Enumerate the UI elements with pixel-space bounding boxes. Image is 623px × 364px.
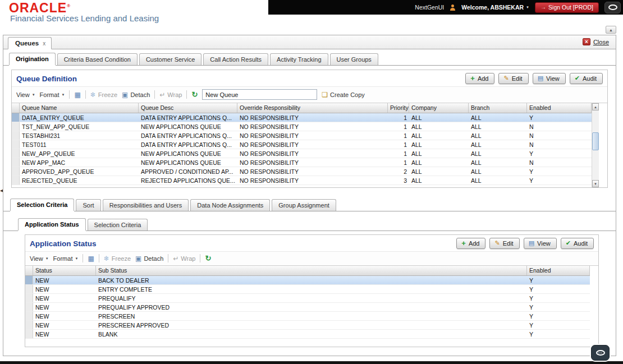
table-row[interactable]: NEW PREQUALIFY APPROVED Y <box>25 303 590 312</box>
table-row[interactable]: DATA_ENTRY_QUEUE DATA ENTRY APPLICATIONS… <box>12 113 592 122</box>
create-copy-button[interactable]: ❏Create Copy <box>322 91 365 98</box>
close-link[interactable]: × Close <box>583 38 609 45</box>
table-row[interactable]: NEW APP_MAC NEW APPLICATIONS QUEUE NO RE… <box>12 158 592 167</box>
column-header-queue-name[interactable]: Queue Name <box>20 103 139 113</box>
edit-label: Edit <box>503 240 514 247</box>
chat-dots-icon: ••• <box>598 352 602 354</box>
column-header-priority[interactable]: Priority <box>388 103 409 113</box>
view-button[interactable]: ▤View <box>533 73 566 84</box>
tab-close-icon[interactable]: x <box>43 40 45 47</box>
table-row[interactable]: NEW ENTRY COMPLETE Y <box>25 285 590 294</box>
cell-priority: 1 <box>388 123 409 130</box>
view-button[interactable]: ▤View <box>524 238 557 249</box>
table-row[interactable]: TEST011 DATA ENTRY APPLICATIONS Q... NO … <box>12 140 592 149</box>
main-tab[interactable]: Criteria Based Condition <box>57 53 138 65</box>
registered-mark: ® <box>67 3 71 8</box>
format-menu[interactable]: Format▼ <box>53 255 79 262</box>
queue-definition-panel: Queue Definition +Add ✎Edit ▤View ✔Audit… <box>11 70 608 188</box>
main-tab-label: Origination <box>16 56 49 62</box>
column-header-status[interactable]: Status <box>33 266 96 275</box>
cell-branch: ALL <box>469 114 527 121</box>
view-menu-label: View <box>30 255 43 262</box>
audit-button[interactable]: ✔Audit <box>561 238 594 249</box>
table-row[interactable]: TST_NEW_APP_QUEUE NEW APPLICATIONS QUEUE… <box>12 122 592 131</box>
cell-override-responsibility: NO RESPONSIBILITY <box>237 123 388 130</box>
application-status-toolbar: View▼ Format▼ ▦ ❄Freeze ▣Detach ↵Wrap ↻ <box>25 251 598 266</box>
cell-priority: 1 <box>388 114 409 121</box>
query-by-example-button[interactable]: ▦ <box>74 91 80 98</box>
table-row[interactable]: REJECTED_QUEUE REJECTED APPLICATIONS QUE… <box>12 176 592 185</box>
cell-enabled: Y <box>527 313 590 320</box>
queues-tab[interactable]: Queues x <box>8 37 52 49</box>
window-tab-row: Queues x × Close <box>3 35 616 49</box>
add-label: Add <box>469 240 480 247</box>
selection-tab[interactable]: Data Node Assignments <box>190 199 270 211</box>
column-header-queue-desc[interactable]: Queue Desc <box>139 103 237 113</box>
table-row[interactable]: APPROVED_APP_QUEUE APPROVED / CONDITIONE… <box>12 167 592 176</box>
selection-tab-label: Data Node Assignments <box>197 202 263 209</box>
chat-icon[interactable] <box>604 2 621 13</box>
add-button[interactable]: +Add <box>465 73 494 84</box>
cell-queue-desc: NEW APPLICATIONS QUEUE <box>139 123 237 130</box>
wrap-button[interactable]: ↵Wrap <box>173 255 195 262</box>
refresh-button[interactable]: ↻ <box>205 255 211 262</box>
selection-tab[interactable]: Selection Criteria <box>10 199 74 211</box>
column-header-branch[interactable]: Branch <box>469 103 527 113</box>
table-row[interactable]: NEW BLANK Y <box>25 330 590 339</box>
format-menu-label: Format <box>53 255 73 262</box>
detach-button[interactable]: ▣Detach <box>135 255 163 262</box>
edit-button[interactable]: ✎Edit <box>498 73 528 84</box>
detach-label: Detach <box>130 91 150 98</box>
freeze-icon: ❄ <box>104 255 109 262</box>
signout-button[interactable]: → Sign Out [PROD] <box>535 2 599 13</box>
wrap-button[interactable]: ↵Wrap <box>159 91 182 98</box>
freeze-button[interactable]: ❄Freeze <box>104 255 131 262</box>
sub-tab[interactable]: Selection Criteria <box>88 219 148 231</box>
main-tab[interactable]: Call Action Results <box>203 53 268 65</box>
chat-widget-button[interactable]: ••• <box>591 345 610 361</box>
welcome-user-menu[interactable]: Welcome, ABSHEKAR ▼ <box>461 4 529 11</box>
cell-branch: ALL <box>469 150 527 157</box>
selection-tab-label: Sort <box>83 202 94 209</box>
scrollbar-thumb[interactable] <box>592 132 599 150</box>
column-header-company[interactable]: Company <box>409 103 469 113</box>
user-icon <box>450 4 456 11</box>
main-tab[interactable]: Origination <box>9 53 56 65</box>
selection-tab[interactable]: Responsibilities and Users <box>103 199 189 211</box>
page-scroll-up-button[interactable]: ▲ <box>606 26 616 34</box>
column-header-override-responsibility[interactable]: Override Responsibility <box>237 103 388 113</box>
new-queue-input[interactable] <box>202 89 317 100</box>
format-menu[interactable]: Format▼ <box>40 91 65 98</box>
selection-tab[interactable]: Group Assignment <box>272 199 336 211</box>
freeze-button[interactable]: ❄Freeze <box>90 91 117 98</box>
view-menu[interactable]: View▼ <box>30 255 49 262</box>
table-row[interactable]: NEW_APP_QUEUE NEW APPLICATIONS QUEUE NO … <box>12 149 592 158</box>
sub-tab[interactable]: Application Status <box>18 218 86 231</box>
add-button[interactable]: +Add <box>456 238 485 249</box>
main-tab[interactable]: Customer Service <box>139 53 201 65</box>
column-header-enabled[interactable]: Enabled <box>527 266 590 275</box>
table-row[interactable]: NEW PRESCREEN APPROVED Y <box>25 321 590 330</box>
column-header-enabled[interactable]: Enabled <box>527 103 592 113</box>
query-by-example-button[interactable]: ▦ <box>88 255 94 262</box>
edit-button[interactable]: ✎Edit <box>489 238 519 249</box>
cell-enabled: N <box>527 141 592 148</box>
chevron-down-icon: ▼ <box>75 257 78 260</box>
table-row[interactable]: TESTABHI231 DATA ENTRY APPLICATIONS Q...… <box>12 131 592 140</box>
cell-enabled: Y <box>527 168 592 175</box>
oracle-logo-text: ORACLE <box>9 1 67 15</box>
refresh-button[interactable]: ↻ <box>191 91 198 98</box>
audit-button[interactable]: ✔Audit <box>570 73 603 84</box>
scroll-down-button[interactable]: ▼ <box>592 180 599 187</box>
table-row[interactable]: NEW BACK TO DEALER Y <box>25 276 590 285</box>
queue-table-scrollbar[interactable]: ▲ ▼ <box>592 103 599 187</box>
table-row[interactable]: NEW PREQUALIFY Y <box>25 294 590 303</box>
detach-button[interactable]: ▣Detach <box>122 91 150 98</box>
main-tab[interactable]: Activity Tracking <box>270 53 328 65</box>
scroll-up-button[interactable]: ▲ <box>592 103 599 110</box>
column-header-sub-status[interactable]: Sub Status <box>96 266 527 275</box>
table-row[interactable]: NEW PRESCREEN Y <box>25 312 590 321</box>
main-tab[interactable]: User Groups <box>330 53 378 65</box>
view-menu[interactable]: View▼ <box>16 91 35 98</box>
selection-tab[interactable]: Sort <box>76 199 100 211</box>
